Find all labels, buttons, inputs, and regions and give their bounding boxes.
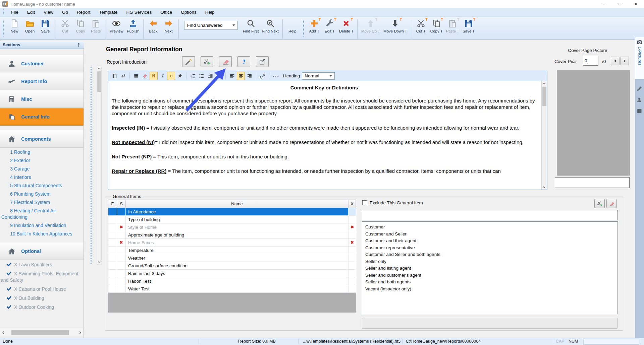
underline-button[interactable]: U: [167, 72, 175, 80]
cell-name[interactable]: Weather: [126, 254, 348, 262]
cell-flag[interactable]: [108, 247, 117, 254]
indent-button[interactable]: [215, 72, 223, 80]
menu-help[interactable]: Help: [201, 8, 219, 17]
contacts-icon[interactable]: [637, 97, 642, 102]
scroll-down-button[interactable]: [542, 185, 547, 190]
sidebar-hscrollbar[interactable]: [0, 329, 84, 336]
list-item[interactable]: Seller only: [365, 258, 618, 265]
table-row[interactable]: ✖Home Faces✖: [108, 239, 356, 247]
cell-flag[interactable]: [108, 231, 117, 238]
cell-flag[interactable]: [108, 216, 117, 223]
scroll-track[interactable]: [7, 330, 77, 335]
table-row[interactable]: Temperature: [108, 247, 356, 254]
table-row[interactable]: Approximate age of building: [108, 231, 356, 239]
list-item[interactable]: Seller and customer's agent: [365, 272, 618, 279]
sidebar-item-3-garage[interactable]: 3 Garage: [0, 165, 84, 173]
erase-item-button[interactable]: [606, 199, 617, 208]
find-next-button[interactable]: Find Next: [261, 19, 280, 33]
list-item[interactable]: Vacant (inspector only): [365, 286, 618, 293]
sidebar-item-4-interiors[interactable]: 4 Interiors: [0, 173, 84, 182]
cell-exclude-mark[interactable]: [117, 254, 126, 262]
table-row[interactable]: Type of building: [108, 216, 356, 223]
cell-flag[interactable]: [108, 277, 117, 285]
list-item[interactable]: Customer representative: [365, 245, 618, 252]
heading-select[interactable]: Normal: [302, 72, 335, 80]
table-row[interactable]: Rain in last 3 days: [108, 270, 356, 277]
cell-flag[interactable]: [108, 262, 117, 269]
cell-x[interactable]: [348, 262, 356, 269]
sidebar-item-x-swimming-pools-equipment-and-safety[interactable]: X Swimming Pools, Equipment and Safety: [0, 269, 84, 285]
scroll-thumb[interactable]: [542, 87, 546, 106]
cut-comment-button[interactable]: [201, 56, 213, 67]
open-button[interactable]: Open: [22, 19, 38, 33]
sidebar-item-x-outdoor-cooking[interactable]: X Outdoor Cooking: [0, 303, 84, 312]
table-row[interactable]: ✖Style of Home✖: [108, 223, 356, 231]
cut-t-button[interactable]: TCut T: [413, 19, 429, 33]
cell-name[interactable]: Type of building: [126, 216, 348, 223]
outdent-button[interactable]: [206, 72, 214, 80]
find-first-button[interactable]: Find First: [241, 19, 261, 33]
sidebar-item-misc[interactable]: Misc: [0, 90, 84, 108]
bold-button[interactable]: B: [150, 72, 158, 80]
cell-flag[interactable]: [108, 270, 117, 277]
italic-button[interactable]: I: [158, 72, 166, 80]
cell-name[interactable]: Style of Home: [126, 223, 348, 231]
sidebar-item-optional[interactable]: Optional: [0, 243, 84, 260]
code-button[interactable]: </>: [272, 72, 280, 80]
scroll-up-button[interactable]: [542, 81, 547, 86]
cell-name[interactable]: Water Test: [126, 285, 348, 292]
cell-name[interactable]: Ground/Soil surface condition: [126, 262, 348, 269]
menu-view[interactable]: View: [39, 8, 58, 17]
maximize-button[interactable]: □: [612, 0, 628, 8]
exclude-checkbox[interactable]: [362, 200, 367, 205]
scroll-left-button[interactable]: [0, 330, 7, 336]
return-button[interactable]: [119, 72, 127, 80]
list-item[interactable]: Seller and listing agent: [365, 265, 618, 272]
move-down-t-button[interactable]: TMove Down T: [382, 19, 409, 33]
main-vscrollbar[interactable]: [97, 66, 102, 265]
list-item[interactable]: Customer and Seller: [365, 231, 618, 238]
column-header-s[interactable]: S: [117, 200, 126, 208]
cell-x[interactable]: ✖: [348, 239, 356, 246]
menu-office[interactable]: Office: [156, 8, 176, 17]
new-button[interactable]: New: [7, 19, 22, 33]
menu-edit[interactable]: Edit: [23, 8, 39, 17]
cover-next-button[interactable]: [620, 57, 629, 65]
cell-exclude-mark[interactable]: [117, 262, 126, 269]
close-button[interactable]: ✕: [628, 0, 644, 8]
list-item[interactable]: Customer and their agent: [365, 237, 618, 245]
sidebar-item-10-built-in-kitchen-appliances[interactable]: 10 Built-In Kitchen Appliances: [0, 230, 84, 238]
align-center-button[interactable]: [237, 72, 245, 80]
sidebar-item-x-lawn-sprinklers[interactable]: X Lawn Sprinklers: [0, 260, 84, 269]
cell-x[interactable]: [348, 285, 356, 292]
back-button[interactable]: Back: [146, 19, 161, 33]
cell-name[interactable]: In Attendance: [126, 208, 348, 215]
library-icon[interactable]: [637, 108, 642, 114]
menu-options[interactable]: Options: [176, 8, 201, 17]
cell-name[interactable]: Home Faces: [126, 239, 348, 246]
menu-template[interactable]: Template: [95, 8, 122, 17]
cell-flag[interactable]: [108, 285, 117, 292]
menu-report[interactable]: Report: [72, 8, 95, 17]
open-external-button[interactable]: [256, 56, 269, 67]
table-row[interactable]: Radon Test: [108, 277, 356, 285]
table-row[interactable]: Water Test: [108, 285, 356, 293]
scroll-up-button[interactable]: [97, 66, 101, 71]
table-row[interactable]: Ground/Soil surface condition: [108, 262, 356, 270]
panel-splitter[interactable]: [91, 66, 92, 265]
cell-name[interactable]: Temperature: [126, 247, 348, 254]
list-item[interactable]: Customer and Seller and both agents: [365, 251, 618, 258]
cell-x[interactable]: [348, 277, 356, 285]
sidebar-item-8-heating-central-air-conditioning[interactable]: 8 Heating / Central Air Conditioning: [0, 207, 84, 221]
cell-name[interactable]: Rain in last 3 days: [126, 270, 348, 277]
cell-exclude-mark[interactable]: [117, 285, 126, 292]
cell-exclude-mark[interactable]: [117, 270, 126, 277]
sidebar-item-general-info[interactable]: General Info: [0, 108, 84, 126]
align-right-button[interactable]: [246, 72, 254, 80]
sidebar-item-5-structural-components[interactable]: 5 Structural Components: [0, 182, 84, 190]
sidebar-item-components[interactable]: Components: [0, 130, 84, 148]
sidebar-item-7-electrical-system[interactable]: 7 Electrical System: [0, 198, 84, 207]
pagebreak-button[interactable]: [110, 72, 118, 80]
cell-exclude-mark[interactable]: [117, 208, 126, 215]
sidebar-item-x-cabana-or-pool-house[interactable]: X Cabana or Pool House: [0, 285, 84, 294]
